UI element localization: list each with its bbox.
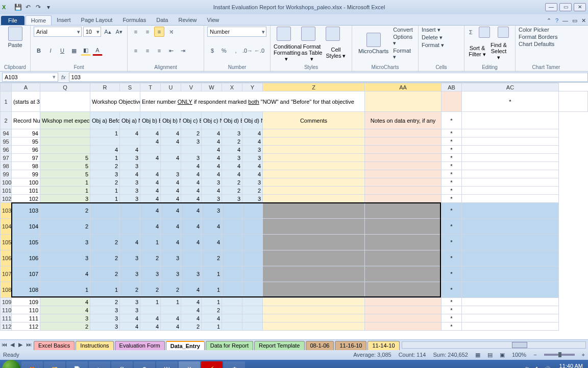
cell-R1[interactable]: Workshop Objectives <box>90 91 140 112</box>
find-select-button[interactable] <box>495 27 512 38</box>
row-header-105[interactable]: 105 <box>1 235 12 250</box>
ribbon-tab-formulas[interactable]: Formulas <box>117 15 151 25</box>
tray-volume-icon[interactable]: 🔊 <box>544 366 551 369</box>
system-clock[interactable]: 11:40 AM 3/10/2011 <box>555 363 586 368</box>
view-normal-icon[interactable]: ▦ <box>475 352 480 358</box>
row-header-109[interactable]: 109 <box>1 298 12 306</box>
row-header-102[interactable]: 102 <box>1 195 12 203</box>
font-name-select[interactable]: Arial <box>34 27 82 37</box>
sheet-tab-11-16-10[interactable]: 11-16-10 <box>335 341 366 350</box>
percent-icon[interactable]: % <box>219 45 229 56</box>
zoom-slider[interactable] <box>544 354 575 356</box>
insert-cells-button[interactable]: Insert ▾ <box>422 27 461 33</box>
scrollbar-thumb[interactable] <box>512 342 527 348</box>
col-header-U[interactable]: U <box>161 83 181 91</box>
sheet-tab-excel-basics[interactable]: Excel Basics <box>34 341 75 350</box>
ribbon-tab-page-layout[interactable]: Page Layout <box>76 15 118 25</box>
col-header-AA[interactable]: AA <box>365 83 442 91</box>
autosum-icon[interactable]: Σ <box>468 27 474 37</box>
font-size-select[interactable]: 10 <box>83 27 102 37</box>
maximize-button[interactable]: ▭ <box>559 3 572 11</box>
excel-task-icon[interactable]: X <box>179 361 200 368</box>
view-layout-icon[interactable]: ▤ <box>487 352 493 358</box>
row-header-2[interactable]: 2 <box>1 112 12 129</box>
cell-A99[interactable]: 99 <box>12 170 40 178</box>
format-mc-button[interactable]: Format ▾ <box>393 48 415 60</box>
color-picker-button[interactable]: Color Picker <box>519 27 574 33</box>
decrease-decimal-icon[interactable]: ←.0 <box>254 45 264 56</box>
sort-filter-button[interactable] <box>476 27 493 38</box>
horizontal-scrollbar[interactable] <box>402 341 586 349</box>
meeting-icon[interactable]: ✱ <box>224 361 245 368</box>
calc-icon[interactable]: 🖩 <box>111 361 133 368</box>
zoom-level[interactable]: 100% <box>512 352 526 358</box>
row-header-110[interactable]: 110 <box>1 306 12 314</box>
col-header-Q[interactable]: Q <box>40 83 90 91</box>
row-header-103[interactable]: 103 <box>1 203 12 219</box>
col-header-A[interactable]: A <box>12 83 40 91</box>
increase-decimal-icon[interactable]: .0→ <box>242 45 253 56</box>
orientation-icon[interactable]: ⤨ <box>166 27 176 37</box>
decrease-indent-icon[interactable]: ⇤ <box>166 45 176 56</box>
row-header-98[interactable]: 98 <box>1 162 12 170</box>
col-header-S[interactable]: S <box>120 83 140 91</box>
row-header-96[interactable]: 96 <box>1 146 12 154</box>
sheet-tab-data-entry[interactable]: Data_Entry <box>166 341 205 350</box>
delete-cells-button[interactable]: Delete ▾ <box>422 34 461 41</box>
ribbon-tab-review[interactable]: Review <box>173 15 202 25</box>
row-header-108[interactable]: 108 <box>1 282 12 298</box>
fill-color-icon[interactable]: ◧ <box>81 45 91 56</box>
app-icon[interactable]: ⚙ <box>134 361 155 368</box>
decrease-font-icon[interactable]: A▾ <box>114 27 124 37</box>
sheet-tab-08-1-06[interactable]: 08-1-06 <box>306 341 334 350</box>
col-header-Y[interactable]: Y <box>242 83 263 91</box>
row-header-101[interactable]: 101 <box>1 187 12 195</box>
col-header-X[interactable]: X <box>222 83 242 91</box>
cell-A103[interactable]: 103 <box>12 203 40 219</box>
col-header-AB[interactable]: AB <box>442 83 462 91</box>
worksheet-grid[interactable]: AQRSTUVWXYZAAABAC1(starts at 3)Workshop … <box>0 83 588 339</box>
word-icon[interactable]: W <box>156 361 178 368</box>
cell-A101[interactable]: 101 <box>12 187 40 195</box>
sheet-tab-report-template[interactable]: Report Template <box>254 341 305 350</box>
minimize-button[interactable]: — <box>545 3 557 11</box>
header-notes[interactable]: Notes on data entry, if any <box>365 112 442 129</box>
number-format-select[interactable]: Number <box>207 27 266 37</box>
doc-max-icon[interactable]: ▭ <box>572 17 577 24</box>
notepad-icon[interactable]: 📄 <box>66 361 88 368</box>
header-wkshop[interactable]: Wkshop met expectations <box>40 112 90 129</box>
paste-button[interactable]: Paste <box>3 27 27 48</box>
increase-indent-icon[interactable]: ⇥ <box>178 45 188 56</box>
convert-button[interactable]: Convert <box>393 27 415 33</box>
increase-font-icon[interactable]: A▴ <box>103 27 112 37</box>
currency-icon[interactable]: $ <box>207 45 217 56</box>
conditional-formatting-button[interactable] <box>274 27 294 41</box>
col-header-R[interactable]: R <box>90 83 120 91</box>
undo-icon[interactable]: ↶ <box>23 3 33 12</box>
sheet-tab-data-for-report[interactable]: Data for Report <box>206 341 253 350</box>
row-header-106[interactable]: 106 <box>1 250 12 266</box>
cell-A100[interactable]: 100 <box>12 178 40 187</box>
fx-icon[interactable]: fx <box>61 74 66 80</box>
tray-network-icon[interactable]: 🖧 <box>534 366 540 368</box>
explorer-icon[interactable]: 📁 <box>44 361 65 368</box>
file-tab[interactable]: File <box>1 16 24 25</box>
qat-customize-icon[interactable]: ▾ <box>44 3 53 12</box>
bold-button[interactable]: B <box>34 45 44 56</box>
zoom-out-icon[interactable]: − <box>533 352 536 358</box>
cell-A110[interactable]: 110 <box>12 306 40 314</box>
doc-min-icon[interactable]: — <box>562 17 568 24</box>
sheet-tab-11-14-10[interactable]: 11-14-10 <box>368 341 399 350</box>
header-record-num[interactable]: Record Num. <box>12 112 40 129</box>
microcharts-button[interactable]: MicroCharts <box>355 33 391 54</box>
cell-A112[interactable]: 112 <box>12 323 40 331</box>
row-header-111[interactable]: 111 <box>1 314 12 323</box>
col-header-AC[interactable]: AC <box>462 83 559 91</box>
underline-button[interactable]: U <box>57 45 67 56</box>
row-header-1[interactable]: 1 <box>1 91 12 112</box>
ribbon-tab-view[interactable]: View <box>202 15 225 25</box>
row-header-95[interactable]: 95 <box>1 137 12 146</box>
redo-icon[interactable]: ↷ <box>34 3 43 12</box>
snip-icon[interactable]: ✂ <box>89 361 110 368</box>
row-header-107[interactable]: 107 <box>1 266 12 282</box>
